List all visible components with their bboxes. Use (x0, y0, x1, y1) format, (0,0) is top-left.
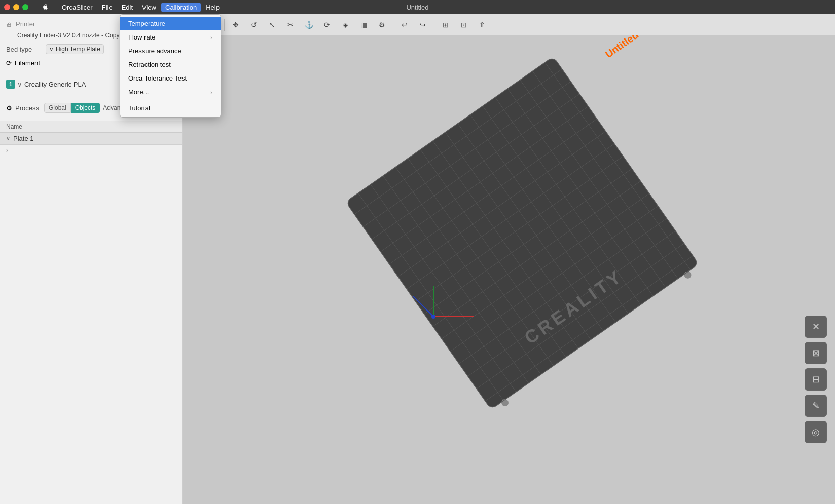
process-tab-group: Global Objects (44, 103, 100, 113)
printer-icon: 🖨 (6, 20, 13, 28)
settings-tool-btn[interactable]: ⚙ (374, 17, 390, 32)
window-title: Untitled (406, 4, 428, 11)
more-arrow: › (210, 89, 212, 95)
bed-type-value: High Temp Plate (56, 46, 100, 53)
chevron-down-icon: ∨ (49, 46, 54, 53)
minimize-button[interactable] (13, 4, 19, 10)
bed-svg: CREALITY Untitled (294, 35, 750, 461)
printer-label: Printer (16, 20, 35, 28)
chevron-icon: ∨ (17, 81, 22, 88)
chevron-down-icon: ∨ (6, 135, 10, 142)
menu-temperature[interactable]: Temperature (120, 17, 221, 30)
rotate-btn[interactable]: ↺ (246, 17, 262, 32)
cut-btn[interactable]: ✂ (282, 17, 299, 32)
menu-calibration[interactable]: Calibration (161, 3, 201, 12)
export-btn[interactable]: ⇧ (474, 17, 490, 32)
menu-flow-rate[interactable]: Flow rate › (120, 30, 221, 44)
bed-type-label: Bed type (6, 46, 42, 53)
maximize-button[interactable] (22, 4, 28, 10)
fill-btn[interactable]: ▦ (355, 17, 372, 32)
traffic-lights (4, 4, 28, 10)
tutorial-label: Tutorial (128, 104, 150, 112)
filament-number-badge: 1 (6, 80, 15, 89)
menu-pressure-advance[interactable]: Pressure advance (120, 44, 221, 58)
orient-btn[interactable]: ⊡ (456, 17, 472, 32)
support-btn[interactable]: ⚓ (301, 17, 317, 32)
filament-icon: ⟳ (6, 59, 12, 67)
plate-label: Plate 1 (13, 135, 33, 142)
arrange-btn[interactable]: ⊞ (438, 17, 454, 32)
menu-retraction-test[interactable]: Retraction test (120, 58, 221, 71)
paint-fab-btn[interactable]: ✎ (805, 395, 827, 417)
flow-rate-arrow: › (210, 34, 212, 41)
redo-btn[interactable]: ↪ (415, 17, 431, 32)
menu-orca-tolerance[interactable]: Orca Tolerance Test (120, 71, 221, 85)
close-fab-btn[interactable]: ✕ (805, 316, 827, 338)
menu-orcaslicer[interactable]: OrcaSlicer (58, 3, 97, 12)
view-fab-btn[interactable]: ◎ (805, 421, 827, 443)
flow-rate-label: Flow rate (128, 33, 155, 41)
menu-tutorial[interactable]: Tutorial (120, 101, 221, 115)
toolbar-separator-3 (434, 19, 434, 31)
bed-type-select[interactable]: ∨ High Temp Plate (46, 44, 104, 54)
move-btn[interactable]: ✥ (228, 17, 244, 32)
process-label: Process (15, 104, 39, 112)
pressure-advance-label: Pressure advance (128, 47, 181, 55)
menu-view[interactable]: View (138, 3, 160, 12)
orca-tolerance-label: Orca Tolerance Test (128, 74, 187, 82)
bed-label: Untitled (603, 35, 641, 60)
toolbar-separator-1 (224, 19, 225, 31)
undo-btn[interactable]: ↩ (396, 17, 413, 32)
menu-bar: OrcaSlicer File Edit View Calibration He… (37, 2, 224, 13)
tab-objects[interactable]: Objects (71, 103, 100, 113)
menu-separator (120, 100, 221, 100)
toolbar: ⊞ ⊟ ✥ ↺ ⤡ ✂ ⚓ ⟳ ◈ ▦ ⚙ ↩ ↪ ⊞ ⊡ ⇧ (183, 14, 835, 35)
menu-file[interactable]: File (98, 3, 117, 12)
list-header-name: Name (6, 123, 176, 130)
camera-fab-btn[interactable]: ⊠ (805, 342, 827, 364)
nozzle-text: Creality Ender-3 V2 0.4 nozzle - Copy (17, 32, 119, 39)
plate-item[interactable]: ∨ Plate 1 (0, 133, 182, 145)
toolbar-separator-2 (393, 19, 393, 31)
menu-help[interactable]: Help (202, 3, 224, 12)
seam-btn[interactable]: ⟳ (319, 17, 335, 32)
tab-global[interactable]: Global (44, 103, 71, 113)
more-label: More... (128, 88, 149, 96)
modifier-btn[interactable]: ◈ (337, 17, 353, 32)
apple-menu[interactable] (37, 2, 57, 13)
calibration-dropdown: Temperature Flow rate › Pressure advance… (120, 14, 221, 118)
svg-point-40 (431, 315, 435, 319)
close-button[interactable] (4, 4, 10, 10)
scale-btn[interactable]: ⤡ (264, 17, 280, 32)
layers-fab-btn[interactable]: ⊟ (805, 368, 827, 391)
temperature-label: Temperature (128, 20, 165, 27)
retraction-test-label: Retraction test (128, 61, 171, 68)
viewport[interactable]: CREALITY Untitled (183, 35, 835, 504)
arrow-right-icon: › (6, 147, 8, 154)
menu-more[interactable]: More... › (120, 85, 221, 99)
fab-group: ✕ ⊠ ⊟ ✎ ◎ (805, 316, 827, 443)
filament-label: Filament (15, 59, 40, 67)
menu-edit[interactable]: Edit (118, 3, 137, 12)
process-icon: ⚙ (6, 104, 12, 112)
title-bar: OrcaSlicer File Edit View Calibration He… (0, 0, 835, 14)
list-header: Name (0, 121, 182, 133)
expand-item[interactable]: › (0, 145, 182, 156)
content-area: ⊞ ⊟ ✥ ↺ ⤡ ✂ ⚓ ⟳ ◈ ▦ ⚙ ↩ ↪ ⊞ ⊡ ⇧ (183, 14, 835, 504)
